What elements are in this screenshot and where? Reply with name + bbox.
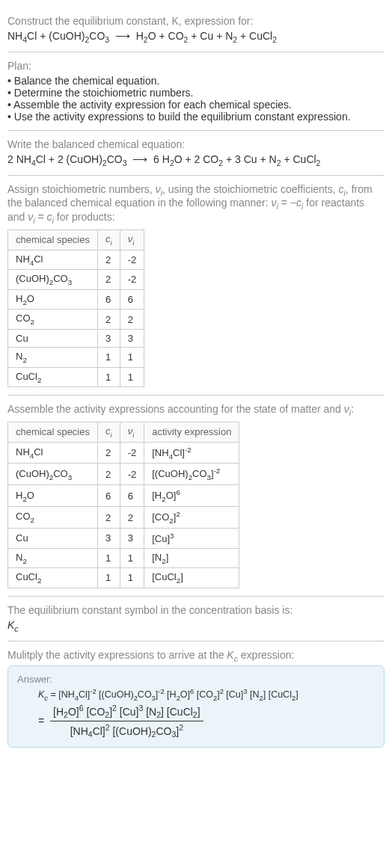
cell-species: CO2: [8, 507, 98, 529]
cell-ci: 1: [98, 347, 120, 367]
cell-ci: 6: [98, 485, 120, 507]
cell-vi: 2: [120, 310, 144, 330]
cell-ci: 3: [98, 529, 120, 548]
col-ci: ci: [98, 230, 120, 250]
table-row: (CuOH)2CO32-2[(CuOH)2CO3]-2: [8, 464, 239, 485]
cell-activity: [CO2]2: [144, 507, 239, 529]
fraction-numerator: [H2O]6 [CO2]2 [Cu]3 [N2] [CuCl2]: [50, 704, 203, 721]
prompt-symbol: The equilibrium constant symbol in the c…: [7, 604, 385, 616]
fraction: [H2O]6 [CO2]2 [Cu]3 [N2] [CuCl2] [NH4Cl]…: [50, 704, 203, 739]
plan-item: Use the activity expressions to build th…: [7, 111, 385, 123]
answer-box: Answer: Kc = [NH4Cl]-2 [(CuOH)2CO3]-2 [H…: [7, 665, 385, 748]
equation-balanced: 2 NH4Cl + 2 (CuOH)2CO3 ⟶ 6 H2O + 2 CO2 +…: [7, 153, 385, 167]
table-row: N211: [8, 347, 144, 367]
stoich-table: chemical species ci νi NH4Cl2-2(CuOH)2CO…: [7, 230, 144, 387]
col-vi: νi: [120, 230, 144, 250]
table-row: Cu33[Cu]3: [8, 529, 239, 548]
cell-vi: 1: [120, 347, 144, 367]
cell-vi: 3: [120, 529, 144, 548]
table-row: H2O66: [8, 289, 144, 310]
cell-ci: 1: [98, 367, 120, 387]
cell-activity: [N2]: [144, 548, 239, 568]
table-row: CO222[CO2]2: [8, 507, 239, 529]
cell-vi: 3: [120, 329, 144, 347]
cell-species: Cu: [8, 329, 98, 347]
section-answer: Mulitply the activity expressions to arr…: [7, 641, 385, 755]
kc-symbol: Kc: [7, 619, 385, 633]
cell-ci: 3: [98, 329, 120, 347]
plan-item: Balance the chemical equation.: [7, 75, 385, 87]
section-stoich: Assign stoichiometric numbers, νi, using…: [7, 176, 385, 396]
plan-item: Determine the stoichiometric numbers.: [7, 87, 385, 99]
cell-vi: -2: [120, 270, 144, 290]
cell-vi: -2: [120, 442, 144, 464]
section-plan: Plan: Balance the chemical equation. Det…: [7, 52, 385, 131]
table-row: NH4Cl2-2: [8, 250, 144, 270]
activity-table: chemical species ci νi activity expressi…: [7, 422, 239, 588]
table-row: H2O66[H2O]6: [8, 485, 239, 507]
cell-species: (CuOH)2CO3: [8, 464, 98, 485]
cell-activity: [Cu]3: [144, 529, 239, 548]
cell-vi: 6: [120, 289, 144, 310]
prompt-construct: Construct the equilibrium constant, K, e…: [7, 15, 385, 27]
cell-ci: 2: [98, 250, 120, 270]
col-vi: νi: [120, 422, 144, 442]
cell-species: H2O: [8, 289, 98, 310]
cell-species: CO2: [8, 310, 98, 330]
activity-tbody: NH4Cl2-2[NH4Cl]-2(CuOH)2CO32-2[(CuOH)2CO…: [8, 442, 239, 588]
cell-vi: 6: [120, 485, 144, 507]
cell-species: N2: [8, 548, 98, 568]
table-row: CO222: [8, 310, 144, 330]
cell-ci: 2: [98, 442, 120, 464]
cell-activity: [CuCl2]: [144, 568, 239, 588]
cell-species: CuCl2: [8, 367, 98, 387]
cell-species: (CuOH)2CO3: [8, 270, 98, 290]
cell-vi: -2: [120, 464, 144, 485]
cell-species: H2O: [8, 485, 98, 507]
answer-label: Answer:: [17, 674, 375, 685]
cell-species: N2: [8, 347, 98, 367]
section-symbol: The equilibrium constant symbol in the c…: [7, 597, 385, 641]
col-species: chemical species: [8, 230, 98, 250]
kc-fraction: = [H2O]6 [CO2]2 [Cu]3 [N2] [CuCl2] [NH4C…: [17, 704, 375, 739]
col-activity: activity expression: [144, 422, 239, 442]
cell-vi: 2: [120, 507, 144, 529]
section-activity: Assemble the activity expressions accoun…: [7, 395, 385, 597]
plan-label: Plan:: [7, 60, 385, 72]
kc-expanded: Kc = [NH4Cl]-2 [(CuOH)2CO3]-2 [H2O]6 [CO…: [17, 688, 375, 702]
table-header-row: chemical species ci νi activity expressi…: [8, 422, 239, 442]
cell-ci: 2: [98, 310, 120, 330]
cell-activity: [NH4Cl]-2: [144, 442, 239, 464]
cell-ci: 1: [98, 568, 120, 588]
equation-unbalanced: NH4Cl + (CuOH)2CO3 ⟶ H2O + CO2 + Cu + N2…: [7, 30, 385, 44]
prompt-multiply: Mulitply the activity expressions to arr…: [7, 649, 385, 663]
table-row: NH4Cl2-2[NH4Cl]-2: [8, 442, 239, 464]
cell-species: NH4Cl: [8, 250, 98, 270]
cell-vi: 1: [120, 568, 144, 588]
equals-sign: =: [38, 715, 47, 727]
table-row: Cu33: [8, 329, 144, 347]
stoich-tbody: NH4Cl2-2(CuOH)2CO32-2H2O66CO222Cu33N211C…: [8, 250, 144, 387]
table-row: (CuOH)2CO32-2: [8, 270, 144, 290]
col-ci: ci: [98, 422, 120, 442]
table-row: N211[N2]: [8, 548, 239, 568]
cell-activity: [H2O]6: [144, 485, 239, 507]
prompt-balanced: Write the balanced chemical equation:: [7, 138, 385, 150]
prompt-activity: Assemble the activity expressions accoun…: [7, 403, 385, 417]
cell-ci: 2: [98, 507, 120, 529]
cell-vi: -2: [120, 250, 144, 270]
prompt-stoich: Assign stoichiometric numbers, νi, using…: [7, 183, 385, 225]
cell-ci: 2: [98, 270, 120, 290]
plan-item: Assemble the activity expression for eac…: [7, 99, 385, 111]
table-header-row: chemical species ci νi: [8, 230, 144, 250]
col-species: chemical species: [8, 422, 98, 442]
table-row: CuCl211[CuCl2]: [8, 568, 239, 588]
cell-ci: 2: [98, 464, 120, 485]
cell-vi: 1: [120, 548, 144, 568]
cell-species: NH4Cl: [8, 442, 98, 464]
cell-species: CuCl2: [8, 568, 98, 588]
table-row: CuCl211: [8, 367, 144, 387]
section-construct: Construct the equilibrium constant, K, e…: [7, 7, 385, 52]
fraction-denominator: [NH4Cl]2 [(CuOH)2CO3]2: [50, 721, 203, 739]
cell-vi: 1: [120, 367, 144, 387]
